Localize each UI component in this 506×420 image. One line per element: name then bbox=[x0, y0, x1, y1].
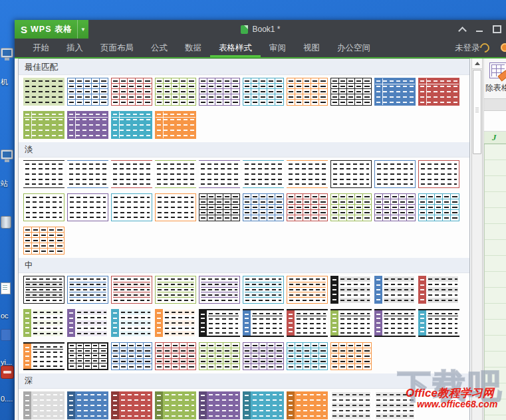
reward-orange-icon[interactable] bbox=[501, 43, 506, 52]
table-style-thumbnail[interactable] bbox=[155, 193, 196, 221]
tab-页面布局[interactable]: 页面布局 bbox=[92, 39, 142, 57]
table-style-thumbnail[interactable] bbox=[330, 160, 372, 188]
table-style-thumbnail[interactable] bbox=[23, 193, 64, 221]
table-style-thumbnail[interactable] bbox=[111, 276, 152, 304]
tab-插入[interactable]: 插入 bbox=[58, 39, 92, 57]
column-header-j[interactable]: J bbox=[484, 132, 506, 144]
table-style-thumbnail[interactable] bbox=[287, 276, 328, 304]
table-style-thumbnail[interactable] bbox=[199, 342, 240, 370]
table-style-thumbnail[interactable] bbox=[23, 160, 64, 188]
scrollbar-thumb[interactable] bbox=[473, 70, 481, 154]
table-style-thumbnail[interactable] bbox=[23, 78, 64, 106]
table-style-thumbnail[interactable] bbox=[155, 111, 196, 139]
table-style-thumbnail[interactable] bbox=[199, 309, 240, 337]
table-style-thumbnail[interactable] bbox=[155, 78, 196, 106]
table-style-thumbnail[interactable] bbox=[243, 78, 284, 106]
table-style-thumbnail[interactable] bbox=[67, 391, 108, 419]
desktop-recycle-bin-icon[interactable] bbox=[1, 216, 15, 229]
table-style-thumbnail[interactable] bbox=[67, 111, 108, 139]
table-style-thumbnail[interactable] bbox=[330, 342, 372, 370]
collapse-ribbon-button[interactable] bbox=[453, 20, 471, 39]
table-style-thumbnail[interactable] bbox=[67, 160, 108, 188]
table-style-thumbnail[interactable] bbox=[199, 193, 240, 221]
tab-视图[interactable]: 视图 bbox=[295, 39, 328, 57]
tab-办公空间[interactable]: 办公空间 bbox=[328, 39, 379, 57]
table-style-thumbnail[interactable] bbox=[330, 276, 372, 304]
table-style-thumbnail[interactable] bbox=[243, 391, 284, 419]
table-style-thumbnail[interactable] bbox=[155, 276, 196, 304]
table-style-thumbnail[interactable] bbox=[111, 193, 152, 221]
table-style-thumbnail[interactable] bbox=[111, 342, 152, 370]
table-style-thumbnail[interactable] bbox=[374, 193, 416, 221]
table-style-thumbnail[interactable] bbox=[67, 78, 108, 106]
table-style-thumbnail[interactable] bbox=[199, 391, 240, 419]
table-style-thumbnail[interactable] bbox=[199, 78, 240, 106]
table-style-thumbnail[interactable] bbox=[199, 276, 240, 304]
clear-table-style-label[interactable]: 除表格样 bbox=[485, 82, 506, 94]
vip-gold-icon[interactable] bbox=[478, 41, 491, 54]
table-style-thumbnail[interactable] bbox=[23, 391, 64, 419]
tab-开始[interactable]: 开始 bbox=[24, 39, 58, 57]
table-style-thumbnail[interactable] bbox=[287, 391, 328, 419]
table-style-thumbnail[interactable] bbox=[287, 78, 328, 106]
table-style-thumbnail[interactable] bbox=[155, 342, 196, 370]
maximize-button[interactable] bbox=[488, 20, 505, 39]
desktop-computer-icon[interactable] bbox=[1, 48, 15, 58]
table-style-thumbnail[interactable] bbox=[374, 276, 416, 304]
tab-表格样式[interactable]: 表格样式 bbox=[210, 39, 261, 57]
scroll-up-button[interactable] bbox=[472, 58, 482, 69]
gallery-scrollbar[interactable] bbox=[471, 58, 483, 420]
table-style-thumbnail[interactable] bbox=[23, 227, 64, 255]
table-style-thumbnail[interactable] bbox=[111, 391, 152, 419]
table-style-thumbnail[interactable] bbox=[243, 309, 284, 337]
table-style-thumbnail[interactable] bbox=[330, 193, 372, 221]
table-style-thumbnail[interactable] bbox=[418, 160, 459, 188]
table-style-thumbnail[interactable] bbox=[111, 160, 152, 188]
table-style-thumbnail[interactable] bbox=[23, 276, 64, 304]
table-style-thumbnail[interactable] bbox=[155, 309, 196, 337]
chevron-down-icon[interactable]: ▼ bbox=[77, 20, 88, 39]
table-style-thumbnail[interactable] bbox=[155, 160, 196, 188]
table-style-thumbnail[interactable] bbox=[287, 309, 328, 337]
sheet-cells[interactable] bbox=[484, 144, 506, 420]
table-style-thumbnail[interactable] bbox=[67, 342, 108, 370]
wps-menu-button[interactable]: S WPS 表格 ▼ bbox=[15, 20, 88, 39]
table-style-thumbnail[interactable] bbox=[23, 111, 64, 139]
table-style-thumbnail[interactable] bbox=[67, 193, 108, 221]
table-style-thumbnail[interactable] bbox=[243, 342, 284, 370]
minimize-button[interactable] bbox=[471, 20, 488, 39]
table-style-thumbnail[interactable] bbox=[67, 276, 108, 304]
table-style-thumbnail[interactable] bbox=[374, 160, 416, 188]
table-style-thumbnail[interactable] bbox=[374, 391, 416, 419]
table-style-thumbnail[interactable] bbox=[287, 342, 328, 370]
table-style-thumbnail[interactable] bbox=[111, 78, 152, 106]
login-status[interactable]: 未登录 bbox=[455, 43, 480, 54]
desktop-file-blue-icon[interactable] bbox=[1, 329, 15, 341]
table-style-thumbnail[interactable] bbox=[155, 391, 196, 419]
table-style-thumbnail[interactable] bbox=[287, 160, 328, 188]
desktop-document-icon[interactable] bbox=[1, 282, 15, 294]
desktop-app-red-icon[interactable] bbox=[1, 366, 15, 379]
tab-数据[interactable]: 数据 bbox=[176, 39, 210, 57]
table-style-thumbnail[interactable] bbox=[418, 78, 459, 106]
tab-公式[interactable]: 公式 bbox=[142, 39, 176, 57]
clear-table-style-icon[interactable] bbox=[489, 62, 506, 78]
table-style-thumbnail[interactable] bbox=[330, 391, 372, 419]
table-style-thumbnail[interactable] bbox=[330, 78, 372, 106]
table-style-thumbnail[interactable] bbox=[330, 309, 372, 337]
tab-审阅[interactable]: 审阅 bbox=[261, 39, 295, 57]
table-style-thumbnail[interactable] bbox=[67, 309, 108, 337]
table-style-thumbnail[interactable] bbox=[111, 111, 152, 139]
desktop-computer-icon[interactable] bbox=[1, 150, 15, 159]
table-style-thumbnail[interactable] bbox=[374, 309, 416, 337]
table-style-thumbnail[interactable] bbox=[23, 342, 64, 370]
table-style-thumbnail[interactable] bbox=[374, 78, 416, 106]
table-style-thumbnail[interactable] bbox=[243, 276, 284, 304]
table-style-thumbnail[interactable] bbox=[23, 309, 64, 337]
table-style-thumbnail[interactable] bbox=[418, 193, 459, 221]
table-style-thumbnail[interactable] bbox=[418, 309, 459, 337]
table-style-thumbnail[interactable] bbox=[243, 160, 284, 188]
table-style-thumbnail[interactable] bbox=[199, 160, 240, 188]
table-style-thumbnail[interactable] bbox=[418, 276, 459, 304]
table-style-thumbnail[interactable] bbox=[243, 193, 284, 221]
